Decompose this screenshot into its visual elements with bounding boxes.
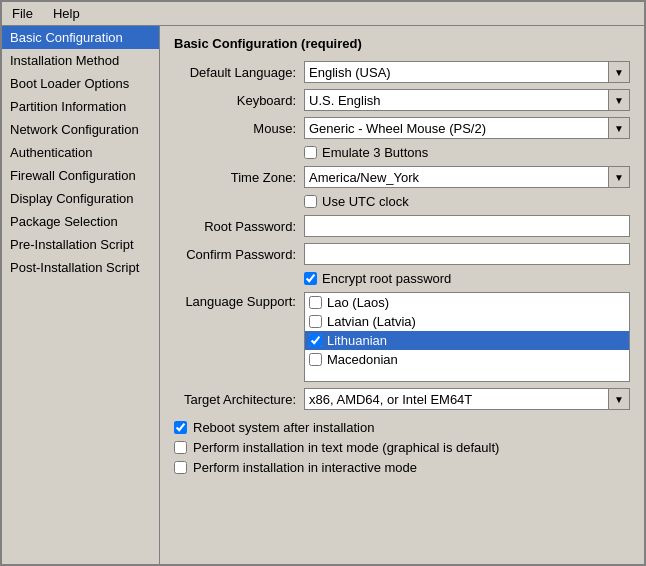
sidebar-item-package-selection[interactable]: Package Selection <box>2 210 159 233</box>
sidebar-item-installation-method[interactable]: Installation Method <box>2 49 159 72</box>
sidebar: Basic Configuration Installation Method … <box>2 26 160 564</box>
use-utc-clock-checkbox[interactable] <box>304 195 317 208</box>
encrypt-root-password-label: Encrypt root password <box>322 271 451 286</box>
language-support-row: Language Support: Lao (Laos) Latvian (La… <box>174 292 630 382</box>
target-architecture-dropdown-wrap: x86, AMD64, or Intel EM64T ▼ <box>304 388 630 410</box>
default-language-row: Default Language: English (USA) ▼ <box>174 61 630 83</box>
sidebar-item-pre-installation-script[interactable]: Pre-Installation Script <box>2 233 159 256</box>
content-area: Basic Configuration Installation Method … <box>2 26 644 564</box>
keyboard-dropdown-wrap: U.S. English ▼ <box>304 89 630 111</box>
sidebar-item-post-installation-script[interactable]: Post-Installation Script <box>2 256 159 279</box>
sidebar-item-display-configuration[interactable]: Display Configuration <box>2 187 159 210</box>
language-label-lao: Lao (Laos) <box>327 295 389 310</box>
menu-help[interactable]: Help <box>47 4 86 23</box>
language-item-lao[interactable]: Lao (Laos) <box>305 293 629 312</box>
time-zone-wrap: America/New_York ▼ <box>304 166 630 188</box>
language-checkbox-lao[interactable] <box>309 296 322 309</box>
main-panel: Basic Configuration (required) Default L… <box>160 26 644 564</box>
sidebar-item-authentication[interactable]: Authentication <box>2 141 159 164</box>
emulate-3-buttons-label: Emulate 3 Buttons <box>322 145 428 160</box>
target-architecture-label: Target Architecture: <box>174 392 304 407</box>
target-architecture-select[interactable]: x86, AMD64, or Intel EM64T <box>304 388 630 410</box>
language-checkbox-latvian[interactable] <box>309 315 322 328</box>
target-architecture-wrap: x86, AMD64, or Intel EM64T ▼ <box>304 388 630 410</box>
main-window: File Help Basic Configuration Installati… <box>0 0 646 566</box>
reboot-after-installation-row: Reboot system after installation <box>174 420 630 435</box>
confirm-password-label: Confirm Password: <box>174 247 304 262</box>
text-mode-checkbox[interactable] <box>174 441 187 454</box>
language-support-label: Language Support: <box>174 292 304 309</box>
language-label-macedonian: Macedonian <box>327 352 398 367</box>
interactive-mode-row: Perform installation in interactive mode <box>174 460 630 475</box>
mouse-dropdown-wrap: Generic - Wheel Mouse (PS/2) ▼ <box>304 117 630 139</box>
root-password-label: Root Password: <box>174 219 304 234</box>
sidebar-item-firewall-configuration[interactable]: Firewall Configuration <box>2 164 159 187</box>
text-mode-label: Perform installation in text mode (graph… <box>193 440 499 455</box>
mouse-wrap: Generic - Wheel Mouse (PS/2) ▼ <box>304 117 630 139</box>
keyboard-label: Keyboard: <box>174 93 304 108</box>
interactive-mode-checkbox[interactable] <box>174 461 187 474</box>
root-password-input[interactable] <box>304 215 630 237</box>
keyboard-wrap: U.S. English ▼ <box>304 89 630 111</box>
default-language-select[interactable]: English (USA) <box>304 61 630 83</box>
encrypt-root-password-row: Encrypt root password <box>304 271 630 286</box>
confirm-password-row: Confirm Password: <box>174 243 630 265</box>
confirm-password-input[interactable] <box>304 243 630 265</box>
mouse-row: Mouse: Generic - Wheel Mouse (PS/2) ▼ <box>174 117 630 139</box>
keyboard-select[interactable]: U.S. English <box>304 89 630 111</box>
encrypt-root-password-checkbox[interactable] <box>304 272 317 285</box>
language-item-lithuanian[interactable]: Lithuanian <box>305 331 629 350</box>
time-zone-row: Time Zone: America/New_York ▼ <box>174 166 630 188</box>
reboot-after-installation-label: Reboot system after installation <box>193 420 374 435</box>
emulate-3-buttons-checkbox[interactable] <box>304 146 317 159</box>
language-label-latvian: Latvian (Latvia) <box>327 314 416 329</box>
language-list-container: Lao (Laos) Latvian (Latvia) Lithuanian <box>304 292 630 382</box>
sidebar-item-basic-configuration[interactable]: Basic Configuration <box>2 26 159 49</box>
sidebar-item-network-configuration[interactable]: Network Configuration <box>2 118 159 141</box>
time-zone-label: Time Zone: <box>174 170 304 185</box>
target-architecture-row: Target Architecture: x86, AMD64, or Inte… <box>174 388 630 410</box>
bottom-checkboxes: Reboot system after installation Perform… <box>174 420 630 475</box>
mouse-select[interactable]: Generic - Wheel Mouse (PS/2) <box>304 117 630 139</box>
root-password-row: Root Password: <box>174 215 630 237</box>
default-language-dropdown-wrap: English (USA) ▼ <box>304 61 630 83</box>
language-item-latvian[interactable]: Latvian (Latvia) <box>305 312 629 331</box>
time-zone-select[interactable]: America/New_York <box>304 166 630 188</box>
default-language-label: Default Language: <box>174 65 304 80</box>
time-zone-dropdown-wrap: America/New_York ▼ <box>304 166 630 188</box>
sidebar-item-partition-information[interactable]: Partition Information <box>2 95 159 118</box>
use-utc-clock-label: Use UTC clock <box>322 194 409 209</box>
language-item-macedonian[interactable]: Macedonian <box>305 350 629 369</box>
mouse-label: Mouse: <box>174 121 304 136</box>
section-title: Basic Configuration (required) <box>174 36 630 51</box>
root-password-wrap <box>304 215 630 237</box>
confirm-password-wrap <box>304 243 630 265</box>
menu-file[interactable]: File <box>6 4 39 23</box>
keyboard-row: Keyboard: U.S. English ▼ <box>174 89 630 111</box>
use-utc-clock-row: Use UTC clock <box>304 194 630 209</box>
language-label-lithuanian: Lithuanian <box>327 333 387 348</box>
sidebar-item-boot-loader-options[interactable]: Boot Loader Options <box>2 72 159 95</box>
language-checkbox-lithuanian[interactable] <box>309 334 322 347</box>
emulate-3-buttons-row: Emulate 3 Buttons <box>304 145 630 160</box>
default-language-wrap: English (USA) ▼ <box>304 61 630 83</box>
menubar: File Help <box>2 2 644 26</box>
text-mode-row: Perform installation in text mode (graph… <box>174 440 630 455</box>
interactive-mode-label: Perform installation in interactive mode <box>193 460 417 475</box>
language-checkbox-macedonian[interactable] <box>309 353 322 366</box>
language-list[interactable]: Lao (Laos) Latvian (Latvia) Lithuanian <box>304 292 630 382</box>
reboot-after-installation-checkbox[interactable] <box>174 421 187 434</box>
